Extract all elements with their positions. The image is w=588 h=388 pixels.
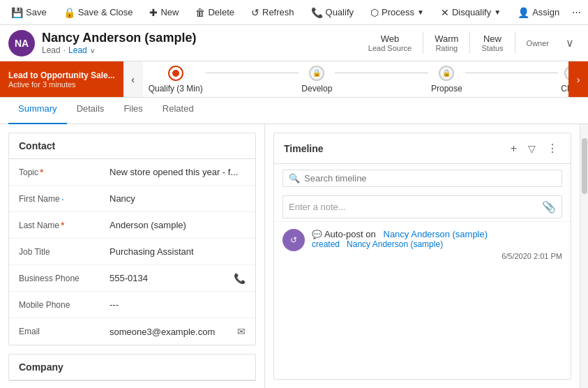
stages-container: Qualify (3 Min) 🔒 Develop 🔒 Propose 🔒 Cl… — [143, 66, 588, 94]
firstname-label: First Name · — [19, 193, 110, 204]
tab-summary[interactable]: Summary — [8, 98, 67, 124]
qualify-button[interactable]: 📞 Qualify — [306, 4, 359, 21]
stage-develop-label: Develop — [301, 84, 332, 94]
stage-develop[interactable]: 🔒 Develop — [301, 66, 332, 94]
more-icon: ⋯ — [572, 7, 581, 17]
save-button[interactable]: 💾 Save — [6, 4, 52, 21]
entry-title: 💬 Auto-post on Nancy Anderson (sample) — [312, 229, 562, 239]
assign-icon: 👤 — [518, 7, 529, 18]
phone-call-icon[interactable]: 📞 — [234, 273, 246, 284]
timeline-note-input: Enter a note... 📎 — [282, 195, 562, 218]
header-field-owner: Owner — [515, 38, 560, 49]
assign-button[interactable]: 👤 Assign — [512, 4, 565, 21]
refresh-icon: ↺ — [251, 7, 259, 18]
timeline-add-button[interactable]: + — [508, 140, 520, 156]
tab-related[interactable]: Related — [153, 98, 204, 124]
stage-propose-circle: 🔒 — [439, 66, 454, 81]
stage-connector-1 — [206, 73, 299, 73]
delete-button[interactable]: 🗑 Delete — [190, 4, 240, 21]
auto-post-icon: 💬 — [312, 230, 322, 239]
status-value: New — [481, 33, 503, 44]
contact-section: Contact Topic * New store opened this ye… — [8, 133, 256, 345]
timeline-entry: ↺ 💬 Auto-post on Nancy Anderson (sample)… — [274, 221, 571, 267]
entry-sub-link[interactable]: Nancy Anderson (sample) — [347, 239, 443, 249]
record-header: NA Nancy Anderson (sample) Lead · Lead ∨… — [0, 25, 588, 61]
email-send-icon[interactable]: ✉ — [237, 326, 246, 337]
scrollbar-thumb — [582, 138, 587, 194]
mobilephone-value[interactable]: --- — [110, 299, 246, 310]
timeline-title: Timeline — [284, 143, 508, 154]
owner-label: Owner — [527, 39, 549, 47]
stage-connector-3 — [465, 73, 559, 73]
header-field-lead-source: Web Lead Source — [357, 32, 423, 54]
header-expand-button[interactable]: ∨ — [560, 33, 580, 52]
stage-bar: Lead to Opportunity Sale... Active for 3… — [0, 61, 588, 98]
header-field-status: New Status — [470, 32, 515, 54]
timeline-attach-icon[interactable]: 📎 — [542, 200, 556, 214]
main-content: Contact Topic * New store opened this ye… — [0, 124, 588, 388]
more-options-button[interactable]: ⋯ — [566, 4, 587, 20]
mobilephone-label: Mobile Phone — [19, 300, 110, 310]
firstname-value[interactable]: Nancy — [110, 193, 246, 204]
jobtitle-value[interactable]: Purchasing Assistant — [110, 246, 246, 257]
stage-promo-sub: Active for 3 minutes — [8, 80, 115, 89]
new-button[interactable]: ✚ New — [144, 4, 184, 21]
entry-sub: created Nancy Anderson (sample) — [312, 239, 562, 249]
company-section-header: Company — [9, 355, 255, 380]
left-panel: Contact Topic * New store opened this ye… — [0, 124, 265, 388]
lastname-value[interactable]: Anderson (sample) — [110, 220, 246, 230]
timeline-search-input[interactable] — [304, 173, 556, 184]
stage-propose[interactable]: 🔒 Propose — [431, 66, 462, 94]
company-section: Company — [8, 354, 256, 381]
process-icon: ⬡ — [370, 7, 379, 18]
stage-propose-label: Propose — [431, 84, 462, 94]
status-label: Status — [481, 44, 503, 52]
right-scrollbar[interactable] — [580, 124, 588, 388]
timeline-note-placeholder[interactable]: Enter a note... — [289, 202, 542, 212]
process-button[interactable]: ⬡ Process ▼ — [365, 4, 430, 21]
header-field-rating: Warm Rating — [423, 32, 470, 54]
field-row-businessphone: Business Phone 555-0134 📞 — [9, 265, 255, 292]
stage-promo-title: Lead to Opportunity Sale... — [8, 70, 115, 80]
lead-type-dropdown-icon[interactable]: ∨ — [90, 47, 95, 54]
save-close-button[interactable]: 🔒 Save & Close — [58, 4, 139, 21]
disqualify-icon: ✕ — [441, 7, 449, 18]
jobtitle-label: Job Title — [19, 247, 110, 257]
stage-promo-button[interactable]: Lead to Opportunity Sale... Active for 3… — [0, 61, 123, 97]
header-info: Nancy Anderson (sample) Lead · Lead ∨ — [42, 31, 357, 55]
entry-entity-link[interactable]: Nancy Anderson (sample) — [384, 229, 488, 239]
lead-source-value: Web — [368, 33, 412, 44]
stage-qualify-label: Qualify (3 Min) — [149, 84, 203, 94]
stage-qualify-circle — [168, 66, 183, 81]
timeline-actions: + ▽ ⋮ — [508, 140, 561, 156]
lead-type-link[interactable]: Lead — [68, 45, 87, 55]
toolbar: 💾 Save 🔒 Save & Close ✚ New 🗑 Delete ↺ R… — [0, 0, 588, 25]
tab-files[interactable]: Files — [114, 98, 152, 124]
lead-source-label: Lead Source — [368, 44, 412, 52]
timeline-more-button[interactable]: ⋮ — [544, 140, 561, 156]
field-row-firstname: First Name · Nancy — [9, 186, 255, 212]
stage-qualify[interactable]: Qualify (3 Min) — [149, 66, 203, 94]
stage-nav-left-button[interactable]: ‹ — [123, 61, 143, 97]
stage-connector-2 — [335, 73, 428, 73]
new-icon: ✚ — [149, 7, 158, 18]
delete-icon: 🗑 — [195, 7, 205, 18]
entry-avatar: ↺ — [282, 229, 305, 251]
email-value[interactable]: someone3@example.com — [110, 327, 232, 337]
businessphone-value[interactable]: 555-0134 — [110, 273, 228, 283]
timeline-search-bar: 🔍 — [282, 170, 562, 187]
tab-details[interactable]: Details — [67, 98, 114, 124]
tabs-bar: Summary Details Files Related — [0, 98, 588, 124]
topic-value[interactable]: New store opened this year - f... — [110, 167, 246, 177]
businessphone-label: Business Phone — [19, 274, 110, 283]
stage-nav-right-button[interactable]: › — [568, 61, 588, 97]
process-dropdown-icon: ▼ — [417, 8, 424, 16]
rating-label: Rating — [435, 44, 458, 52]
qualify-icon: 📞 — [311, 7, 323, 18]
record-subtitle: Lead · Lead ∨ — [42, 45, 357, 55]
disqualify-button[interactable]: ✕ Disqualify ▼ — [435, 4, 506, 21]
timeline-filter-button[interactable]: ▽ — [525, 140, 538, 156]
refresh-button[interactable]: ↺ Refresh — [246, 4, 300, 21]
header-fields: Web Lead Source Warm Rating New Status O… — [357, 32, 560, 54]
timeline-header: Timeline + ▽ ⋮ — [274, 133, 571, 164]
